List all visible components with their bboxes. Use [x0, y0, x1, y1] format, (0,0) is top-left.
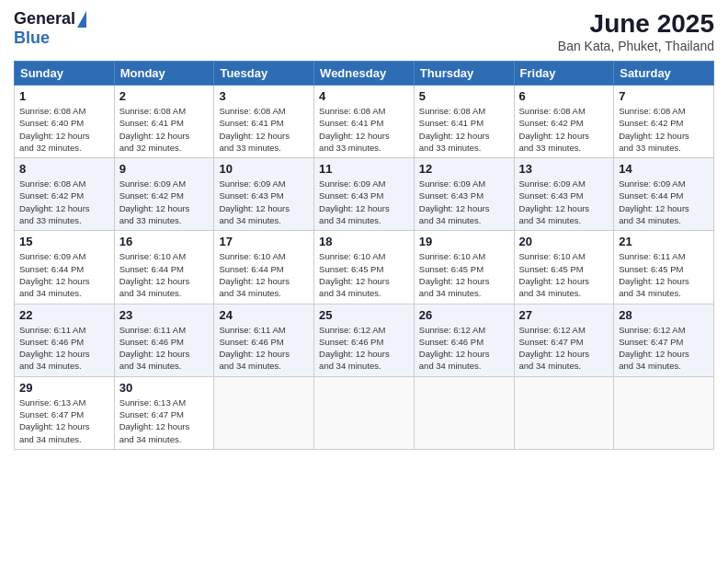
- day-number: 17: [219, 235, 309, 248]
- table-row: 14Sunrise: 6:09 AMSunset: 6:44 PMDayligh…: [614, 158, 714, 231]
- header: General Blue June 2025 Ban Kata, Phuket,…: [14, 9, 714, 53]
- day-info: Sunrise: 6:09 AMSunset: 6:44 PMDaylight:…: [19, 250, 109, 299]
- table-row: 2Sunrise: 6:08 AMSunset: 6:41 PMDaylight…: [114, 86, 214, 158]
- table-row: 25Sunrise: 6:12 AMSunset: 6:46 PMDayligh…: [314, 304, 415, 376]
- daylight-text-cont: and 32 minutes.: [119, 142, 210, 154]
- day-number: 27: [519, 308, 609, 322]
- day-number: 19: [419, 235, 509, 248]
- daylight-text-cont: and 34 minutes.: [319, 287, 409, 299]
- daylight-text: Daylight: 12 hours: [219, 275, 309, 287]
- table-row: 16Sunrise: 6:10 AMSunset: 6:44 PMDayligh…: [114, 231, 214, 304]
- sunset-text: Sunset: 6:44 PM: [19, 263, 109, 275]
- table-row: 5Sunrise: 6:08 AMSunset: 6:41 PMDaylight…: [414, 86, 514, 158]
- day-number: 8: [19, 162, 109, 176]
- daylight-text-cont: and 34 minutes.: [219, 214, 309, 226]
- sunset-text: Sunset: 6:40 PM: [19, 117, 109, 129]
- day-number: 25: [319, 308, 409, 322]
- table-row: 28Sunrise: 6:12 AMSunset: 6:47 PMDayligh…: [614, 304, 714, 376]
- day-number: 22: [19, 308, 109, 322]
- daylight-text-cont: and 34 minutes.: [19, 433, 109, 445]
- sunset-text: Sunset: 6:44 PM: [619, 190, 709, 201]
- title-section: June 2025 Ban Kata, Phuket, Thailand: [558, 9, 714, 53]
- daylight-text-cont: and 34 minutes.: [619, 287, 709, 299]
- table-row: 7Sunrise: 6:08 AMSunset: 6:42 PMDaylight…: [614, 86, 714, 158]
- daylight-text: Daylight: 12 hours: [419, 130, 509, 142]
- table-row: 22Sunrise: 6:11 AMSunset: 6:46 PMDayligh…: [15, 304, 115, 376]
- day-info: Sunrise: 6:11 AMSunset: 6:46 PMDaylight:…: [219, 324, 309, 373]
- table-row: 29Sunrise: 6:13 AMSunset: 6:47 PMDayligh…: [15, 376, 115, 449]
- header-thursday: Thursday: [414, 62, 514, 86]
- day-number: 1: [19, 89, 109, 103]
- sunrise-text: Sunrise: 6:09 AM: [319, 178, 409, 190]
- table-row: 13Sunrise: 6:09 AMSunset: 6:43 PMDayligh…: [514, 158, 614, 231]
- daylight-text-cont: and 34 minutes.: [119, 287, 210, 299]
- table-row: 18Sunrise: 6:10 AMSunset: 6:45 PMDayligh…: [314, 231, 415, 304]
- daylight-text-cont: and 34 minutes.: [619, 360, 709, 372]
- sunrise-text: Sunrise: 6:10 AM: [419, 250, 509, 262]
- day-info: Sunrise: 6:09 AMSunset: 6:42 PMDaylight:…: [119, 178, 210, 226]
- daylight-text: Daylight: 12 hours: [619, 348, 709, 360]
- table-row: 6Sunrise: 6:08 AMSunset: 6:42 PMDaylight…: [514, 86, 614, 158]
- day-info: Sunrise: 6:08 AMSunset: 6:41 PMDaylight:…: [419, 105, 509, 154]
- sunrise-text: Sunrise: 6:08 AM: [219, 105, 309, 117]
- day-number: 3: [219, 89, 309, 103]
- sunset-text: Sunset: 6:47 PM: [119, 408, 210, 420]
- table-row: 11Sunrise: 6:09 AMSunset: 6:43 PMDayligh…: [314, 158, 415, 231]
- daylight-text: Daylight: 12 hours: [19, 202, 109, 214]
- day-number: 15: [19, 235, 109, 248]
- table-row: [314, 376, 415, 449]
- daylight-text: Daylight: 12 hours: [519, 348, 609, 360]
- day-number: 30: [119, 381, 210, 395]
- header-tuesday: Tuesday: [214, 62, 314, 86]
- daylight-text-cont: and 34 minutes.: [119, 433, 210, 445]
- daylight-text-cont: and 34 minutes.: [19, 287, 109, 299]
- daylight-text-cont: and 34 minutes.: [219, 287, 309, 299]
- sunset-text: Sunset: 6:45 PM: [519, 263, 609, 275]
- header-monday: Monday: [114, 62, 214, 86]
- day-number: 4: [319, 89, 409, 103]
- day-info: Sunrise: 6:08 AMSunset: 6:42 PMDaylight:…: [619, 105, 709, 154]
- day-info: Sunrise: 6:10 AMSunset: 6:44 PMDaylight:…: [119, 250, 210, 299]
- daylight-text-cont: and 34 minutes.: [319, 214, 409, 226]
- day-info: Sunrise: 6:08 AMSunset: 6:40 PMDaylight:…: [19, 105, 109, 154]
- sunrise-text: Sunrise: 6:10 AM: [519, 250, 609, 262]
- daylight-text-cont: and 34 minutes.: [19, 360, 109, 372]
- daylight-text-cont: and 34 minutes.: [419, 287, 509, 299]
- page: General Blue June 2025 Ban Kata, Phuket,…: [0, 0, 728, 563]
- table-row: 4Sunrise: 6:08 AMSunset: 6:41 PMDaylight…: [314, 86, 415, 158]
- daylight-text: Daylight: 12 hours: [19, 348, 109, 360]
- day-number: 23: [119, 308, 210, 322]
- sunrise-text: Sunrise: 6:11 AM: [219, 324, 309, 336]
- sunrise-text: Sunrise: 6:08 AM: [419, 105, 509, 117]
- daylight-text: Daylight: 12 hours: [119, 130, 210, 142]
- sunset-text: Sunset: 6:46 PM: [319, 336, 409, 348]
- day-number: 13: [519, 162, 609, 176]
- daylight-text-cont: and 33 minutes.: [19, 214, 109, 226]
- daylight-text: Daylight: 12 hours: [19, 275, 109, 287]
- day-info: Sunrise: 6:08 AMSunset: 6:42 PMDaylight:…: [519, 105, 609, 154]
- sunset-text: Sunset: 6:41 PM: [319, 117, 409, 129]
- daylight-text: Daylight: 12 hours: [519, 275, 609, 287]
- day-info: Sunrise: 6:12 AMSunset: 6:47 PMDaylight:…: [619, 324, 709, 373]
- subtitle: Ban Kata, Phuket, Thailand: [558, 39, 714, 53]
- day-info: Sunrise: 6:10 AMSunset: 6:45 PMDaylight:…: [419, 250, 509, 299]
- sunrise-text: Sunrise: 6:08 AM: [319, 105, 409, 117]
- day-info: Sunrise: 6:08 AMSunset: 6:41 PMDaylight:…: [219, 105, 309, 154]
- day-number: 10: [219, 162, 309, 176]
- day-number: 7: [619, 89, 709, 103]
- table-row: 24Sunrise: 6:11 AMSunset: 6:46 PMDayligh…: [214, 304, 314, 376]
- header-friday: Friday: [514, 62, 614, 86]
- day-info: Sunrise: 6:08 AMSunset: 6:42 PMDaylight:…: [19, 178, 109, 226]
- daylight-text: Daylight: 12 hours: [319, 202, 409, 214]
- calendar-week-row: 15Sunrise: 6:09 AMSunset: 6:44 PMDayligh…: [15, 231, 714, 304]
- daylight-text: Daylight: 12 hours: [219, 202, 309, 214]
- day-info: Sunrise: 6:10 AMSunset: 6:45 PMDaylight:…: [319, 250, 409, 299]
- sunset-text: Sunset: 6:46 PM: [419, 336, 509, 348]
- day-number: 14: [619, 162, 709, 176]
- daylight-text: Daylight: 12 hours: [419, 275, 509, 287]
- day-info: Sunrise: 6:08 AMSunset: 6:41 PMDaylight:…: [119, 105, 210, 154]
- calendar-week-row: 1Sunrise: 6:08 AMSunset: 6:40 PMDaylight…: [15, 86, 714, 158]
- sunset-text: Sunset: 6:45 PM: [319, 263, 409, 275]
- day-number: 28: [619, 308, 709, 322]
- day-info: Sunrise: 6:10 AMSunset: 6:45 PMDaylight:…: [519, 250, 609, 299]
